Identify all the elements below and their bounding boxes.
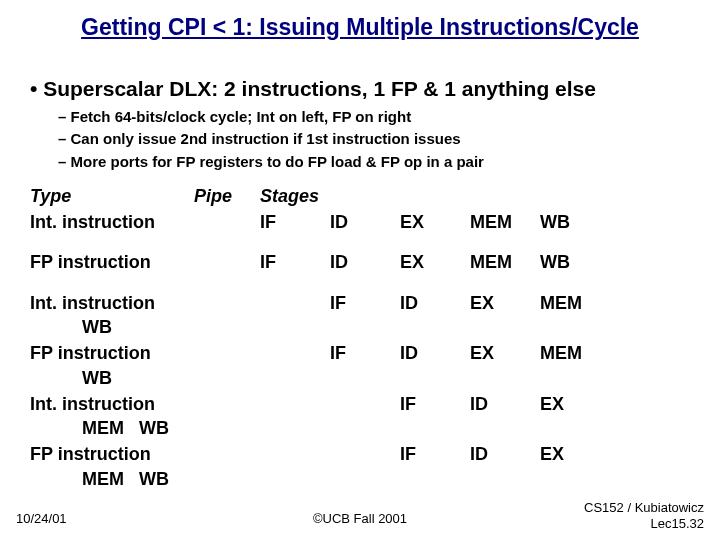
header-type: Type <box>30 184 194 208</box>
row-type: FP instruction <box>30 250 194 274</box>
slide: Getting CPI < 1: Issuing Multiple Instru… <box>0 0 720 540</box>
table-header-row: TypePipeStages <box>30 184 690 208</box>
table-row: Int. instructionIFIDEXMEM WB <box>30 291 690 340</box>
table-row: FP instructionIFIDEXMEMWB <box>30 250 690 274</box>
sub-bullet: – Fetch 64-bits/clock cycle; Int on left… <box>58 107 690 127</box>
row-type: FP instruction <box>30 341 194 365</box>
row-wrap: MEM WB <box>82 416 690 440</box>
row-wrap: MEM WB <box>82 467 690 491</box>
sub-bullet: – More ports for FP registers to do FP l… <box>58 152 690 172</box>
header-pipe: Pipe <box>194 184 260 208</box>
sub-bullet: – Can only issue 2nd instruction if 1st … <box>58 129 690 149</box>
header-stages: Stages <box>260 186 319 206</box>
row-type: Int. instruction <box>30 392 194 416</box>
table-row: Int. instructionIFIDEXMEMWB <box>30 210 690 234</box>
table-row: FP instructionIFIDEX MEM WB <box>30 442 690 491</box>
row-type: Int. instruction <box>30 210 194 234</box>
footer-course: CS152 / Kubiatowicz Lec15.32 <box>584 500 704 533</box>
table-row: FP instructionIFIDEXMEM WB <box>30 341 690 390</box>
slide-title: Getting CPI < 1: Issuing Multiple Instru… <box>30 14 690 41</box>
main-bullet: • Superscalar DLX: 2 instructions, 1 FP … <box>30 77 690 101</box>
row-wrap: WB <box>82 366 690 390</box>
row-type: Int. instruction <box>30 291 194 315</box>
table-row: Int. instructionIFIDEX MEM WB <box>30 392 690 441</box>
row-wrap: WB <box>82 315 690 339</box>
pipeline-table: TypePipeStages Int. instructionIFIDEXMEM… <box>30 184 690 491</box>
row-type: FP instruction <box>30 442 194 466</box>
